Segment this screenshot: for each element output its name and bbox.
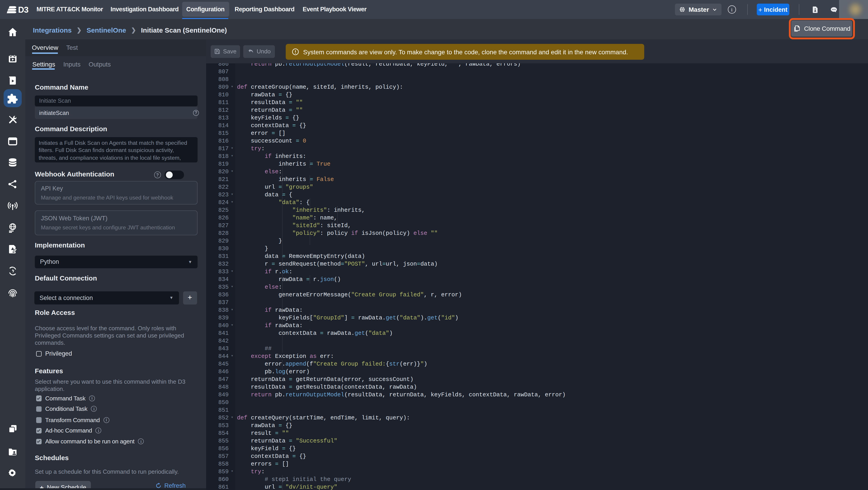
svg-text:D3: D3 xyxy=(18,6,29,13)
